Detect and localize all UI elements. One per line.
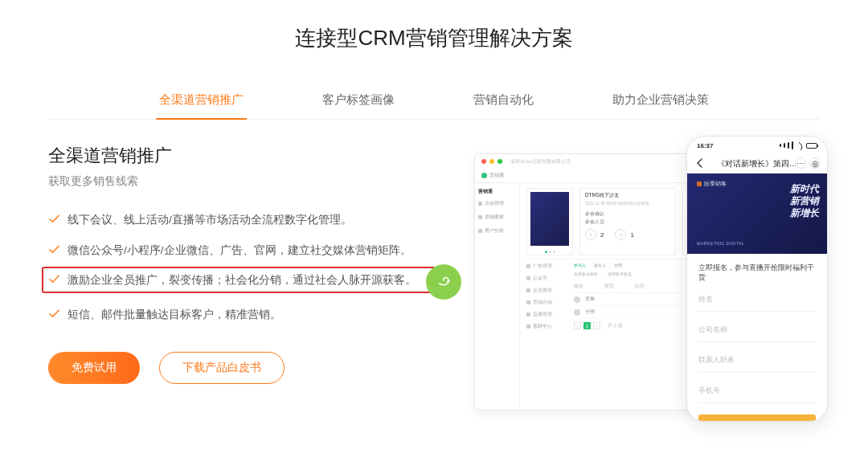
browser-sidebar: 营销通 活动管理 营销素材 用户分群 [475,183,520,410]
avatar-placeholder-icon: ☺ [585,229,596,240]
feature-item: 线下会议、线上活动/直播等市场活动全流程数字化管理。 [48,211,434,229]
phone-status-bar: 16:37 [687,137,827,154]
filter-chip[interactable]: 全部参会阶段 [574,271,598,277]
sidebar-item[interactable]: 用户分群 [478,227,516,235]
phone-form: 姓名 公司名称 联系人职务 手机号 提交 [687,286,827,422]
pager-next[interactable]: › [593,322,600,329]
tab-customer-tags[interactable]: 客户标签画像 [319,92,398,119]
tab-bar: 全渠道营销推广 客户标签画像 营销自动化 助力企业营销决策 [48,92,820,120]
feature-text: 线下会议、线上活动/直播等市场活动全流程数字化管理。 [68,211,352,229]
stage-number: 2 [600,231,604,239]
page-title: 连接型CRM营销管理解决方案 [48,24,820,52]
stage-people: 参会人员 [585,219,670,225]
list-tab[interactable]: 报名人 [594,263,606,268]
event-info-box: DTMS线下沙龙 2021.11.30 09:00 深圳市南山区科苑… 参会确认… [579,188,676,255]
sidebar-item[interactable]: 素材中心 [526,323,571,330]
content-row: 全渠道营销推广 获取更多销售线索 线下会议、线上活动/直播等市场活动全流程数字化… [48,144,820,433]
phone-time: 16:37 [697,142,713,149]
download-whitepaper-button[interactable]: 下载产品白皮书 [159,352,285,384]
hero-headlines: 新时代 新营销 新增长 [790,183,819,219]
battery-icon [806,143,817,149]
phone-signals [780,141,817,149]
phone-title: 《对话新增长》第四… [717,158,797,169]
left-column: 全渠道营销推广 获取更多销售线索 线下会议、线上活动/直播等市场活动全流程数字化… [48,144,434,384]
feature-text: 短信、邮件批量触达目标客户，精准营销。 [68,306,281,324]
cta-row: 免费试用 下载产品白皮书 [48,352,434,384]
stage-title: 参会确认 [585,211,670,217]
check-icon [48,243,60,255]
sidebar-item[interactable]: 公众号 [526,275,571,282]
feature-list: 线下会议、线上活动/直播等市场活动全流程数字化管理。 微信公众号/小程序/企业微… [48,211,434,323]
filter-chip[interactable]: 全部客户状态 [608,271,632,277]
brand-dot-icon [481,173,487,178]
more-icon[interactable]: ⋯ [795,157,806,169]
avatar-placeholder-icon: ☺ [615,229,626,240]
check-icon [48,213,60,225]
stage-number: 1 [630,231,633,239]
section-subtitle: 获取更多销售线索 [48,174,434,189]
sidebar-title: 营销通 [478,188,516,195]
tab-automation[interactable]: 营销自动化 [470,92,537,119]
banner-image [530,192,569,246]
hero-sub: MARKETING DIGITAL [697,241,744,246]
sidebar-item[interactable]: 广告管理 [526,263,571,270]
feature-text: 激励企业全员推广，裂变传播；社会化分销，通过社会人脉开源获客。 [68,271,416,289]
right-column: 深圳市xxx互联方案有限公司 营销通 帮助 营销通 营销通 活动管理 [434,144,820,433]
wifi-icon [796,143,804,149]
carousel-dots [527,249,572,255]
phone-title-row: 《对话新增长》第四… ⋯ ◎ [687,154,827,173]
avatar-icon [574,296,580,303]
sidebar-item[interactable]: 企业微信 [526,287,571,294]
feature-item-highlighted: 激励企业全员推广，裂变传播；社会化分销，通过社会人脉开源获客。 [42,267,440,293]
list-tab[interactable]: 全部 [614,263,622,268]
pager-total: 共 2 条 [608,322,623,329]
phone-field-mobile[interactable]: 手机号 [698,379,816,403]
traffic-light-red-icon [481,159,486,164]
event-date: 2021.11.30 09:00 深圳市南山区科苑… [585,201,670,206]
phone-hero: 纷享销客 新时代 新营销 新增长 MARKETING DIGITAL [687,173,827,254]
sidebar-item[interactable]: 营销素材 [478,214,516,221]
brand-square-icon [697,182,702,186]
tab-decision[interactable]: 助力企业营销决策 [609,92,712,119]
sidebar-item[interactable]: 营销自动 [526,299,571,306]
phone-mock: 16:37 《对话新增长》第四… ⋯ [686,136,828,422]
sidebar-item[interactable]: 直播管理 [526,311,571,318]
mockups: 深圳市xxx互联方案有限公司 营销通 帮助 营销通 营销通 活动管理 [450,144,820,433]
phone-desc: 立即报名，参与直播开抢限时福利干货 [687,254,827,286]
browser-brand: 营销通 [489,173,504,178]
phone-field-company[interactable]: 公司名称 [698,318,816,342]
check-icon [48,308,60,320]
feature-text: 微信公众号/小程序/企业微信、广告、官网，建立社交媒体营销矩阵。 [68,242,411,259]
feature-item: 短信、邮件批量触达目标客户，精准营销。 [48,306,434,324]
list-tab[interactable]: 参与人 [574,263,586,268]
section-title: 全渠道营销推广 [48,144,434,168]
sidebar-item[interactable]: 活动管理 [478,200,516,207]
feature-item: 微信公众号/小程序/企业微信、广告、官网，建立社交媒体营销矩阵。 [48,242,434,259]
check-icon [48,273,60,285]
browser-sidebar-2: 广告管理 公众号 企业微信 营销自动 直播管理 素材中心 [526,263,571,330]
pager-prev[interactable]: ‹ [574,322,581,329]
traffic-light-green-icon [497,159,502,164]
back-icon[interactable] [695,158,705,169]
free-trial-button[interactable]: 免费试用 [48,352,140,384]
phone-field-jobtitle[interactable]: 联系人职务 [698,349,816,373]
banner-box [526,188,573,255]
page-root: 连接型CRM营销管理解决方案 全渠道营销推广 客户标签画像 营销自动化 助力企业… [0,0,868,433]
event-title: DTMS线下沙龙 [585,192,670,199]
pager-page[interactable]: 1 [583,322,591,329]
avatar-icon [574,309,580,316]
phone-field-name[interactable]: 姓名 [698,288,816,312]
tab-omnichannel[interactable]: 全渠道营销推广 [156,92,247,119]
phone-submit-button[interactable]: 提交 [698,414,816,422]
browser-titlebar-text: 深圳市xxx互联方案有限公司 [510,158,571,165]
traffic-light-yellow-icon [489,159,494,164]
target-icon[interactable]: ◎ [809,157,821,169]
